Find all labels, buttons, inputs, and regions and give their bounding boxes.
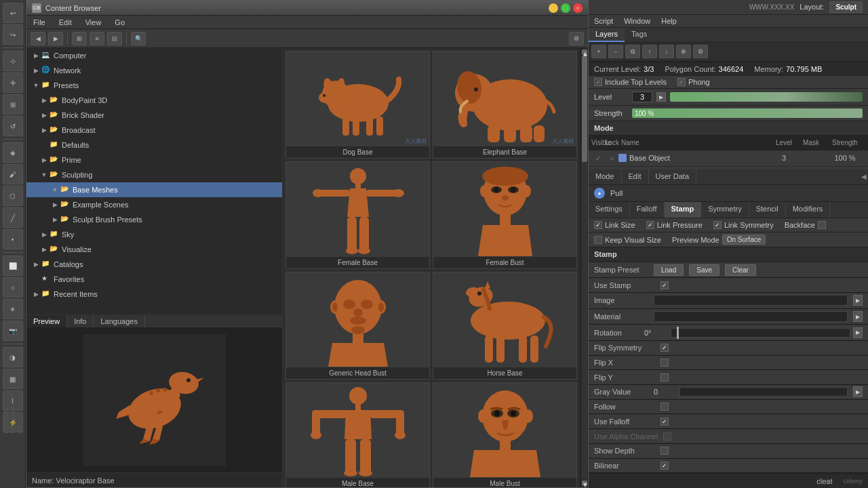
link-symmetry-check[interactable] (713, 221, 722, 229)
layers-btn-remove[interactable]: − (608, 45, 623, 58)
cb-tab-info[interactable]: Info (67, 315, 94, 327)
cb-tab-preview[interactable]: Preview (26, 315, 67, 327)
tree-item-favorites[interactable]: ★ Favorites (26, 272, 282, 287)
layer-row-base-object[interactable]: ✓ ○ Base Object 3 100 % (589, 150, 868, 167)
tree-item-example-scenes[interactable]: ▶ 📂 Example Scenes (26, 197, 282, 212)
content-item-generic-head[interactable]: Generic Head Bust (285, 272, 430, 380)
rotation-arrow-btn[interactable]: ▶ (853, 327, 863, 338)
sculpt-tab-settings[interactable]: Settings (589, 202, 630, 218)
gray-value-slider[interactable] (679, 387, 848, 396)
content-item-male-base[interactable]: Male Base (285, 382, 430, 487)
tool-light[interactable]: ☀ (3, 299, 23, 319)
tool-undo[interactable]: ↩ (3, 3, 23, 23)
layers-btn-duplicate[interactable]: ⧉ (625, 45, 640, 58)
sculpt-tab-falloff[interactable]: Falloff (630, 202, 665, 218)
tree-item-prime[interactable]: ▶ 📂 Prime (26, 152, 282, 167)
image-browse-btn[interactable]: ▶ (853, 295, 863, 306)
content-item-horse-base[interactable]: Horse Base (433, 272, 577, 380)
tool-sculpt[interactable]: ◈ (3, 142, 23, 163)
layers-tab-tags[interactable]: Tags (625, 28, 654, 42)
content-scrollbar[interactable]: ▲ ▼ (580, 48, 588, 487)
flip-y-checkbox[interactable] (660, 373, 669, 382)
use-stamp-checkbox[interactable]: ✓ (660, 281, 669, 289)
rotation-thumb[interactable] (677, 327, 679, 339)
use-falloff-checkbox[interactable]: ✓ (660, 418, 669, 426)
cb-btn-list[interactable]: ≡ (90, 32, 104, 45)
tree-item-computer[interactable]: ▶ 💻 Computer (26, 48, 282, 63)
tool-move[interactable]: ✛ (3, 73, 23, 93)
tree-item-sculpt-brush[interactable]: ▶ 📂 Sculpt Brush Presets (26, 212, 282, 227)
layer-visible-check[interactable]: ✓ (591, 155, 605, 162)
bilinear-checkbox[interactable]: ✓ (660, 462, 669, 470)
flip-x-checkbox[interactable] (660, 359, 669, 367)
tool-texture[interactable]: ▦ (3, 369, 23, 389)
tree-item-brick[interactable]: ▶ 📂 Brick Shader (26, 108, 282, 123)
cb-content-grid-scroll[interactable]: 大人素材 Dog Base (283, 48, 580, 487)
image-field[interactable] (654, 295, 848, 306)
tool-cube[interactable]: ⬜ (3, 256, 23, 276)
sculpt-tab-modifiers[interactable]: Modifiers (786, 202, 831, 218)
sculpt-menu-help[interactable]: Help (661, 17, 677, 25)
tree-item-defaults[interactable]: 📁 Defaults (26, 138, 282, 152)
tool-scale[interactable]: ⊞ (3, 94, 23, 115)
clear-button[interactable]: Clear (725, 264, 756, 276)
tool-point[interactable]: • (3, 229, 23, 249)
edit-tabs-arrow-left[interactable]: ◀ (860, 169, 868, 184)
scroll-thumb[interactable] (582, 56, 587, 162)
sculpt-tab-stamp[interactable]: Stamp (665, 202, 702, 218)
tool-sphere[interactable]: ○ (3, 277, 23, 298)
tree-item-sculpting[interactable]: ▼ 📂 Sculpting (26, 167, 282, 182)
layers-btn-down[interactable]: ↓ (659, 45, 674, 58)
tool-polygon[interactable]: ⬡ (3, 186, 23, 206)
rotation-slider[interactable] (671, 328, 850, 338)
tree-item-catalogs[interactable]: ▶ 📁 Catalogs (26, 257, 282, 272)
gray-value-btn[interactable]: ▶ (853, 386, 863, 397)
cb-minimize-btn[interactable]: − (549, 3, 558, 13)
tree-item-visualize[interactable]: ▶ 📂 Visualize (26, 242, 282, 257)
sculpt-tab-stencil[interactable]: Stencil (749, 202, 786, 218)
content-item-female-base[interactable]: Female Base (285, 161, 430, 269)
backface-check[interactable] (818, 221, 826, 229)
level-arrow-btn[interactable]: ▶ (656, 92, 666, 102)
cb-btn-grid[interactable]: ⊞ (72, 32, 87, 45)
content-item-male-bust[interactable]: Male Bust (433, 382, 577, 487)
material-browse-btn[interactable]: ▶ (853, 311, 863, 322)
cb-menu-view[interactable]: View (83, 17, 104, 28)
tree-item-network[interactable]: ▶ 🌐 Network (26, 63, 282, 78)
cb-tab-languages[interactable]: Languages (94, 315, 144, 327)
content-item-female-bust[interactable]: Female Bust (433, 161, 577, 269)
preview-mode-value[interactable]: On Surface (722, 235, 766, 245)
level-slider[interactable] (670, 92, 863, 102)
cb-btn-detail[interactable]: ⊟ (107, 32, 122, 45)
edit-tab-edit[interactable]: Edit (622, 169, 649, 185)
strength-slider[interactable]: 100 % (632, 108, 863, 118)
cb-menu-go[interactable]: Go (112, 17, 127, 28)
content-item-elephant-base[interactable]: 大人素材 Elephant Base (433, 51, 577, 159)
follow-checkbox[interactable] (660, 403, 669, 411)
layout-sculpt-btn[interactable]: Sculpt (829, 1, 863, 13)
scroll-up-btn[interactable]: ▲ (582, 49, 587, 55)
edit-tab-userdata[interactable]: User Data (649, 169, 697, 185)
layers-btn-merge[interactable]: ⊕ (676, 45, 691, 58)
cb-btn-forward[interactable]: ▶ (48, 32, 63, 45)
show-depth-checkbox[interactable] (660, 447, 669, 455)
layers-tab-layers[interactable]: Layers (589, 28, 625, 42)
include-top-levels-checkbox[interactable]: ✓ (594, 78, 602, 86)
cb-menu-file[interactable]: File (31, 17, 48, 28)
edit-tab-mode[interactable]: Mode (589, 169, 622, 185)
tool-paint[interactable]: 🖌 (3, 164, 23, 184)
material-field[interactable] (654, 311, 848, 322)
layer-lock-btn[interactable]: ○ (605, 155, 618, 162)
tool-redo[interactable]: ↪ (3, 24, 23, 45)
tree-item-broadcast[interactable]: ▶ 📂 Broadcast (26, 123, 282, 138)
use-alpha-checkbox[interactable] (663, 432, 671, 441)
tree-item-bodypaint[interactable]: ▶ 📂 BodyPaint 3D (26, 93, 282, 108)
cb-maximize-btn[interactable]: □ (561, 3, 570, 13)
tool-edge[interactable]: ╱ (3, 207, 23, 228)
cb-btn-back[interactable]: ◀ (31, 32, 45, 45)
flip-symmetry-checkbox[interactable]: ✓ (660, 344, 669, 352)
sculpt-menu-window[interactable]: Window (624, 17, 650, 25)
tree-item-recent[interactable]: ▶ 📁 Recent Items (26, 287, 282, 302)
link-pressure-check[interactable] (646, 221, 654, 229)
tool-select[interactable]: ⊹ (3, 51, 23, 71)
